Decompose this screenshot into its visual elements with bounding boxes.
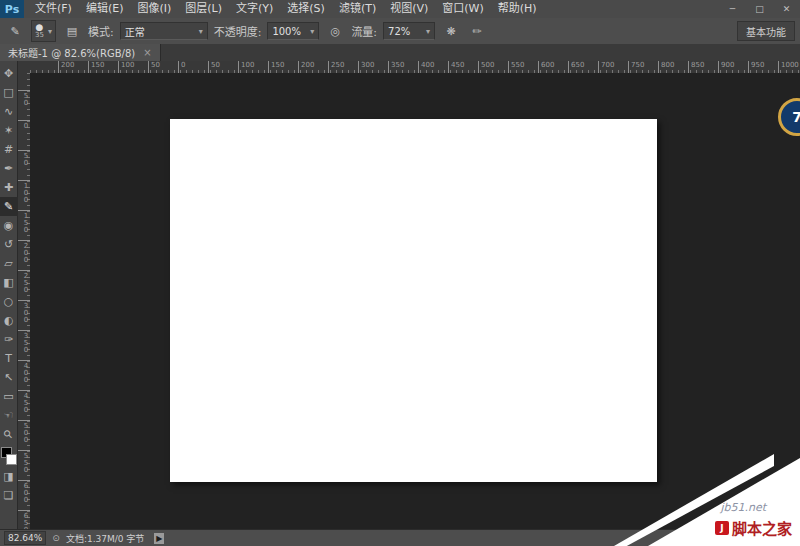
color-swatches[interactable] xyxy=(1,447,17,465)
eraser-tool-button[interactable]: ▱ xyxy=(0,254,18,273)
eyedropper-tool-button[interactable]: ✒ xyxy=(0,159,18,178)
v-ruler-label: 300 xyxy=(18,300,30,323)
menu-help[interactable]: 帮助(H) xyxy=(491,0,544,18)
brush-preset-picker[interactable]: ● 35 ▾ xyxy=(31,20,56,42)
v-ruler-label: 450 xyxy=(18,390,30,413)
spot-healing-brush-tool-button[interactable]: ✚ xyxy=(0,178,18,197)
minimize-button[interactable]: ─ xyxy=(719,0,746,18)
rectangular-marquee-tool-button[interactable]: □ xyxy=(0,83,18,102)
rectangle-tool-icon: ▭ xyxy=(3,391,13,402)
photoshop-window: Ps 文件(F)编辑(E)图像(I)图层(L)文字(Y)选择(S)滤镜(T)视图… xyxy=(0,0,800,546)
lasso-tool-icon: ∿ xyxy=(4,106,13,117)
flow-value: 72% xyxy=(388,26,410,37)
background-color-swatch[interactable] xyxy=(6,454,17,465)
h-ruler-label: 500 xyxy=(478,61,494,73)
h-ruler-label: 100 xyxy=(118,61,134,73)
airbrush-icon[interactable]: ❋ xyxy=(441,22,461,40)
brush-tool-button[interactable]: ✎ xyxy=(0,197,18,216)
chevron-down-icon: ▾ xyxy=(426,27,430,36)
rectangular-marquee-tool-icon: □ xyxy=(3,87,13,98)
workspace-switcher-button[interactable]: 基本功能 xyxy=(737,21,795,41)
screen-mode-button[interactable]: ❏ xyxy=(0,486,18,505)
canvas-area[interactable] xyxy=(30,73,800,530)
move-tool-button[interactable]: ✥ xyxy=(0,64,18,83)
menu-bar: Ps 文件(F)编辑(E)图像(I)图层(L)文字(Y)选择(S)滤镜(T)视图… xyxy=(0,0,800,19)
document-tab[interactable]: 未标题-1 @ 82.6%(RGB/8) × xyxy=(0,44,161,61)
rectangle-tool-button[interactable]: ▭ xyxy=(0,387,18,406)
v-ruler-label: 50 xyxy=(18,90,30,106)
h-ruler-label: 150 xyxy=(268,61,284,73)
opacity-dropdown[interactable]: 100% ▾ xyxy=(267,22,319,40)
blur-tool-button[interactable]: ○ xyxy=(0,292,18,311)
v-ruler-label: 150 xyxy=(18,210,30,233)
menu-filter[interactable]: 滤镜(T) xyxy=(332,0,383,18)
crop-tool-button[interactable]: # xyxy=(0,140,18,159)
zoom-level-field[interactable]: 82.64% xyxy=(4,531,46,545)
eyedropper-tool-icon: ✒ xyxy=(4,163,13,174)
quick-mask-button-icon: ◨ xyxy=(3,471,13,482)
menu-layer[interactable]: 图层(L) xyxy=(178,0,229,18)
quick-selection-tool-button[interactable]: ✶ xyxy=(0,121,18,140)
tools-panel: ✥□∿✶#✒✚✎◉↺▱◧○◐✑T↖▭☜⚲ ◨❏ xyxy=(0,61,18,530)
mode-label: 模式: xyxy=(88,23,114,39)
clone-stamp-tool-icon: ◉ xyxy=(4,220,14,231)
mode-dropdown[interactable]: 正常 ▾ xyxy=(120,22,208,40)
tablet-pressure-size-icon[interactable]: ✏ xyxy=(467,22,487,40)
eraser-tool-icon: ▱ xyxy=(4,258,12,269)
menu-window[interactable]: 窗口(W) xyxy=(435,0,490,18)
flow-dropdown[interactable]: 72% ▾ xyxy=(383,22,435,40)
h-ruler-label: 250 xyxy=(328,61,344,73)
status-arrow-icon[interactable]: ▶ xyxy=(154,533,164,544)
menu-type[interactable]: 文字(Y) xyxy=(229,0,280,18)
dodge-tool-button[interactable]: ◐ xyxy=(0,311,18,330)
path-selection-tool-button[interactable]: ↖ xyxy=(0,368,18,387)
close-icon[interactable]: × xyxy=(143,47,151,58)
menu-list: 文件(F)编辑(E)图像(I)图层(L)文字(Y)选择(S)滤镜(T)视图(V)… xyxy=(28,0,544,18)
v-ruler-label: 100 xyxy=(18,180,30,203)
zoom-tool-button[interactable]: ⚲ xyxy=(0,425,18,444)
hand-tool-button[interactable]: ☜ xyxy=(0,406,18,425)
brush-size-value: 35 xyxy=(35,31,44,39)
h-ruler-label: 1000 xyxy=(778,61,799,73)
zoom-tool-icon: ⚲ xyxy=(2,428,15,441)
brush-panel-toggle-icon[interactable]: ▤ xyxy=(62,22,82,40)
tool-preset-icon[interactable]: ✎ xyxy=(5,22,25,40)
h-ruler-label: 400 xyxy=(418,61,434,73)
h-ruler-label: 50 xyxy=(148,61,160,73)
maximize-button[interactable]: □ xyxy=(746,0,773,18)
lasso-tool-button[interactable]: ∿ xyxy=(0,102,18,121)
pen-tool-button[interactable]: ✑ xyxy=(0,330,18,349)
menu-select[interactable]: 选择(S) xyxy=(280,0,332,18)
h-ruler-label: 650 xyxy=(568,61,584,73)
flow-label: 流量: xyxy=(351,23,377,39)
menu-edit[interactable]: 编辑(E) xyxy=(79,0,131,18)
clone-stamp-tool-button[interactable]: ◉ xyxy=(0,216,18,235)
v-ruler-label: 500 xyxy=(18,420,30,443)
close-button[interactable]: ✕ xyxy=(773,0,800,18)
h-ruler-label: 900 xyxy=(718,61,734,73)
menu-image[interactable]: 图像(I) xyxy=(130,0,178,18)
mode-value: 正常 xyxy=(125,24,145,39)
menu-view[interactable]: 视图(V) xyxy=(383,0,435,18)
document-canvas[interactable] xyxy=(170,119,657,482)
blur-tool-icon: ○ xyxy=(4,296,14,307)
quick-mask-button[interactable]: ◨ xyxy=(0,467,18,486)
tool-list-bottom: ◨❏ xyxy=(0,467,18,505)
brush-tool-icon: ✎ xyxy=(4,201,13,212)
v-ruler-label: 400 xyxy=(18,360,30,383)
menu-file[interactable]: 文件(F) xyxy=(28,0,79,18)
document-info[interactable]: 文档:1.37M/0 字节 xyxy=(66,532,144,545)
tablet-pressure-opacity-icon[interactable]: ◎ xyxy=(325,22,345,40)
pen-tool-icon: ✑ xyxy=(4,334,13,345)
opacity-value: 100% xyxy=(272,26,301,37)
document-tab-title: 未标题-1 @ 82.6%(RGB/8) xyxy=(8,45,135,60)
dodge-tool-icon: ◐ xyxy=(4,315,14,326)
gradient-tool-button[interactable]: ◧ xyxy=(0,273,18,292)
history-brush-tool-button[interactable]: ↺ xyxy=(0,235,18,254)
v-ruler-label: 600 xyxy=(18,480,30,503)
type-tool-button[interactable]: T xyxy=(0,349,18,368)
h-ruler-label: 850 xyxy=(688,61,704,73)
h-ruler-label: 50 xyxy=(208,61,220,73)
spot-healing-brush-tool-icon: ✚ xyxy=(4,182,13,193)
v-ruler-label: 200 xyxy=(18,240,30,263)
